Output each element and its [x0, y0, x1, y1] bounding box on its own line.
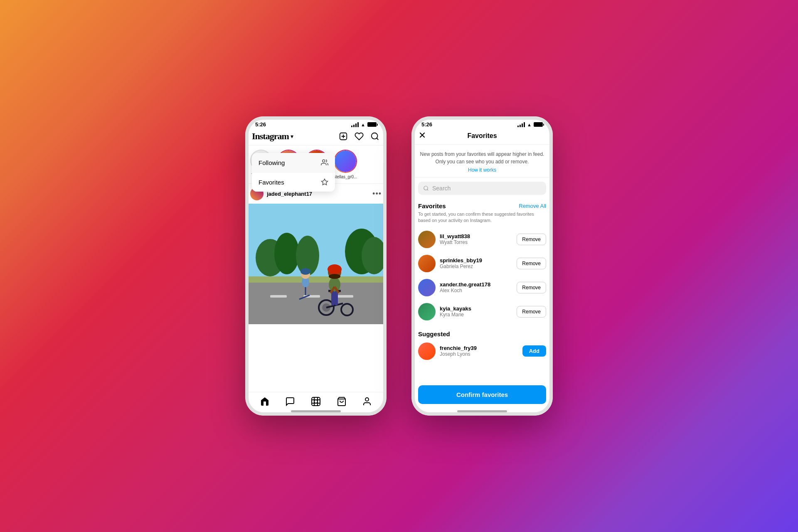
status-bar-2: 5:26 ▲	[411, 116, 553, 129]
favorites-section-desc: To get started, you can confirm these su…	[411, 211, 553, 227]
favorites-header: Favorites	[411, 129, 553, 145]
svg-rect-41	[312, 397, 320, 406]
svg-rect-14	[245, 278, 387, 324]
search-input[interactable]: Search	[432, 185, 451, 192]
dropdown-arrow-icon: ▾	[291, 133, 293, 140]
home-indicator-2	[457, 410, 507, 412]
search-icon[interactable]	[370, 131, 380, 141]
user-item-5: frenchie_fry39 Joseph Lyons Add	[411, 339, 553, 363]
wifi-icon-2: ▲	[527, 122, 532, 127]
user-handle-4: kyia_kayaks	[440, 305, 512, 312]
post-image	[245, 204, 387, 324]
svg-rect-17	[270, 295, 287, 298]
svg-point-40	[300, 268, 310, 275]
remove-button-1[interactable]: Remove	[517, 234, 546, 245]
svg-point-13	[362, 237, 387, 274]
add-icon[interactable]	[338, 131, 348, 141]
signal-icon	[351, 122, 359, 127]
confirm-favorites-button[interactable]: Confirm favorites	[418, 385, 546, 404]
close-icon	[418, 131, 426, 139]
svg-point-51	[424, 186, 428, 190]
reels-icon	[311, 397, 321, 406]
phone-2: 5:26 ▲ Favorites New posts	[411, 116, 553, 416]
user-info-2: sprinkles_bby19 Gabriela Perez	[440, 257, 512, 269]
user-item-4: kyia_kayaks Kyra Marie Remove	[411, 300, 553, 324]
how-it-works-link[interactable]: How it works	[418, 167, 546, 173]
user-avatar-4	[418, 303, 436, 320]
user-handle-2: sprinkles_bby19	[440, 257, 512, 264]
user-info-1: lil_wyatt838 Wyatt Torres	[440, 233, 512, 245]
user-handle-1: lil_wyatt838	[440, 233, 512, 239]
svg-rect-27	[331, 291, 335, 305]
logo-area[interactable]: Instagram ▾	[252, 131, 293, 142]
wifi-icon: ▲	[361, 122, 365, 127]
following-icon	[321, 159, 328, 166]
svg-rect-28	[335, 291, 338, 305]
nav-profile[interactable]	[361, 396, 373, 407]
user-handle-3: xander.the.great178	[440, 281, 512, 288]
dropdown-menu: Following Favorites	[252, 153, 335, 192]
suggested-section-title: Suggested	[418, 330, 450, 337]
status-icons-1: ▲	[351, 122, 377, 127]
profile-icon	[362, 397, 372, 406]
svg-point-10	[274, 233, 299, 274]
user-avatar-3	[418, 279, 436, 296]
user-name-1: Wyatt Torres	[440, 239, 512, 245]
search-bar-icon	[423, 185, 429, 191]
remove-button-4[interactable]: Remove	[517, 306, 546, 318]
favorites-section-title: Favorites	[418, 202, 446, 209]
dropdown-favorites[interactable]: Favorites	[252, 172, 335, 192]
remove-button-3[interactable]: Remove	[517, 282, 546, 293]
dropdown-following[interactable]: Following	[252, 153, 335, 172]
status-bar-1: 5:26 ▲	[245, 116, 387, 129]
user-avatar-5	[418, 342, 436, 360]
user-name-2: Gabriela Perez	[440, 264, 512, 269]
user-info-5: frenchie_fry39 Joseph Lyons	[440, 345, 518, 357]
svg-rect-16	[245, 276, 387, 283]
header-icons	[338, 131, 380, 141]
more-icon[interactable]: •••	[372, 190, 382, 198]
story-avatar-3	[334, 150, 357, 173]
svg-point-48	[365, 398, 369, 401]
svg-line-52	[427, 190, 429, 191]
story-3[interactable]: stellas_gr0...	[334, 150, 357, 179]
status-icons-2: ▲	[517, 122, 543, 127]
user-item-2: sprinkles_bby19 Gabriela Perez Remove	[411, 251, 553, 276]
time-1: 5:26	[255, 121, 266, 128]
instagram-header: Instagram ▾	[245, 129, 387, 145]
remove-all-button[interactable]: Remove All	[519, 203, 546, 209]
svg-rect-19	[337, 295, 353, 298]
svg-point-26	[329, 277, 340, 292]
favorites-info-text: New posts from your favorites will appea…	[418, 150, 546, 165]
user-info-4: kyia_kayaks Kyra Marie	[440, 305, 512, 318]
star-icon	[321, 178, 328, 186]
svg-point-31	[329, 274, 340, 279]
svg-point-3	[372, 133, 378, 139]
user-avatar-1	[418, 231, 436, 248]
instagram-logo: Instagram	[252, 131, 289, 142]
nav-home[interactable]	[259, 396, 271, 407]
time-2: 5:26	[421, 121, 432, 128]
phone-1: 5:26 ▲ Instagram ▾	[245, 116, 387, 416]
page-title: Favorites	[467, 132, 497, 140]
bottom-nav	[245, 392, 387, 407]
nav-messenger[interactable]	[284, 396, 296, 407]
scene-svg	[245, 204, 387, 324]
search-bar[interactable]: Search	[418, 182, 546, 195]
svg-marker-6	[322, 179, 328, 185]
user-item-3: xander.the.great178 Alex Koch Remove	[411, 276, 553, 300]
user-name-5: Joseph Lyons	[440, 351, 518, 357]
svg-point-42	[314, 400, 318, 403]
close-button[interactable]	[418, 131, 426, 141]
signal-icon-2	[517, 122, 525, 127]
heart-icon[interactable]	[354, 131, 364, 141]
svg-point-30	[328, 264, 342, 274]
remove-button-2[interactable]: Remove	[517, 258, 546, 269]
battery-icon-2	[534, 122, 543, 127]
user-avatar-2	[418, 255, 436, 272]
nav-reels[interactable]	[310, 396, 322, 407]
nav-shop[interactable]	[336, 396, 347, 407]
favorites-info: New posts from your favorites will appea…	[411, 145, 553, 177]
add-button-1[interactable]: Add	[522, 345, 546, 357]
user-name-4: Kyra Marie	[440, 312, 512, 318]
